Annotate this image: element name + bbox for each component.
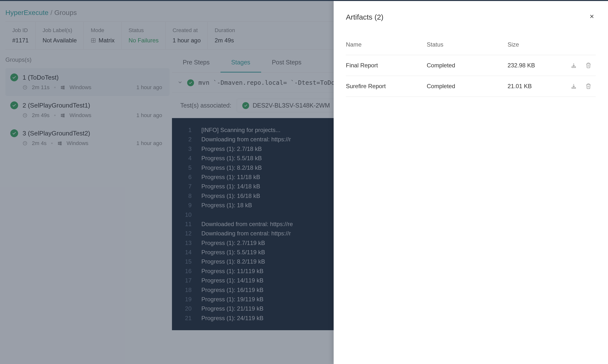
mode-value: Matrix (99, 37, 114, 44)
job-labels-label: Job Label(s) (43, 27, 77, 34)
command-status-icon (187, 79, 194, 86)
group-os: Windows (70, 84, 91, 91)
group-name: 1 (ToDoTest) (23, 74, 59, 81)
group-item[interactable]: 2 (SelPlayGroundTest1) 2m 49s • Windows … (5, 96, 169, 124)
line-number: 7 (181, 182, 192, 191)
delete-icon[interactable] (581, 83, 596, 89)
col-size: Size (507, 41, 566, 48)
log-text: Progress (1): 14/119 kB (201, 276, 263, 285)
line-number: 16 (181, 267, 192, 276)
line-number: 21 (181, 313, 192, 323)
tab-post-steps[interactable]: Post Steps (261, 55, 312, 73)
log-text: Progress (1): 14/18 kB (201, 182, 260, 191)
log-text: Progress (1): 19/119 kB (201, 295, 263, 304)
chevron-down-icon (177, 80, 183, 86)
clock-icon (23, 85, 27, 90)
tab-stages[interactable]: Stages (220, 55, 261, 73)
drawer-title: Artifacts (2) (346, 13, 383, 21)
log-text: Progress (1): 8.2/18 kB (201, 163, 262, 172)
clock-icon (23, 141, 27, 146)
test-status-icon (242, 102, 249, 109)
log-text: Progress (1): 24/119 kB (201, 313, 263, 323)
group-time: 1 hour ago (136, 84, 165, 91)
line-number: 5 (181, 163, 192, 172)
windows-icon (60, 85, 65, 90)
artifact-row: Surefire Report Completed 21.01 KB (346, 76, 596, 97)
job-labels-value: Not Available (43, 37, 77, 44)
artifact-size: 21.01 KB (507, 83, 566, 90)
group-duration: 2m 11s (32, 84, 50, 91)
line-number: 8 (181, 191, 192, 201)
delete-icon[interactable] (581, 63, 596, 68)
group-os: Windows (67, 140, 89, 146)
log-text: Progress (1): 2.7/18 kB (201, 144, 262, 154)
log-text: Progress (1): 11/119 kB (201, 267, 263, 276)
tab-pre-steps[interactable]: Pre Steps (172, 55, 220, 73)
line-number: 3 (181, 144, 192, 154)
artifact-row: Final Report Completed 232.98 KB (346, 55, 596, 76)
artifact-status: Completed (427, 83, 507, 90)
mode-label: Mode (91, 27, 114, 34)
line-number: 19 (181, 295, 192, 304)
line-number: 11 (181, 220, 192, 229)
log-text: [INFO] Scanning for projects... (201, 125, 281, 135)
group-time: 1 hour ago (136, 140, 165, 146)
line-number: 12 (181, 229, 192, 238)
log-text: Progress (1): 16/18 kB (201, 191, 260, 201)
check-icon (10, 129, 18, 137)
svg-rect-8 (572, 67, 576, 68)
artifact-size: 232.98 KB (507, 62, 566, 69)
test-id: DES2V-BL3SV-S148K-2WM (253, 102, 330, 109)
line-number: 14 (181, 248, 192, 257)
log-text: Progress (1): 11/18 kB (201, 172, 260, 182)
check-icon (10, 101, 18, 109)
artifacts-drawer: Artifacts (2) Name Status Size Final Rep… (334, 1, 608, 364)
log-text: Progress (1): 16/119 kB (201, 285, 263, 295)
line-number: 20 (181, 304, 192, 313)
log-text: Downloading from central: https://r (201, 135, 291, 144)
log-text: Progress (1): 21/119 kB (201, 304, 263, 313)
line-number: 9 (181, 201, 192, 210)
matrix-icon (91, 38, 96, 43)
windows-icon (60, 113, 65, 118)
job-id-value: #1171 (12, 37, 29, 44)
group-name: 2 (SelPlayGroundTest1) (23, 102, 90, 109)
log-text: Downloading from central: https://r (201, 229, 291, 238)
test-chip[interactable]: DES2V-BL3SV-S148K-2WM (237, 99, 335, 112)
line-number: 13 (181, 238, 192, 248)
group-time: 1 hour ago (136, 112, 165, 118)
check-icon (10, 74, 18, 81)
group-name: 3 (SelPlayGroundTest2) (23, 130, 90, 137)
col-name: Name (346, 41, 427, 48)
group-duration: 2m 4s (32, 140, 47, 146)
group-item[interactable]: 1 (ToDoTest) 2m 11s • Windows 1 hour ago (5, 68, 169, 96)
created-label: Created at (172, 27, 201, 34)
breadcrumb-root[interactable]: HyperExecute (5, 9, 49, 17)
line-number: 1 (181, 125, 192, 135)
clock-icon (23, 113, 27, 118)
group-os: Windows (70, 112, 91, 118)
duration-label: Duration (215, 27, 235, 34)
line-number: 4 (181, 154, 192, 163)
log-text: Progress (1): 5.5/119 kB (201, 248, 265, 257)
line-number: 10 (181, 210, 192, 220)
tests-associated-label: Test(s) associated: (180, 102, 231, 109)
job-id-label: Job ID (12, 27, 29, 34)
windows-icon (57, 141, 62, 146)
download-icon[interactable] (566, 63, 581, 68)
artifact-status: Completed (427, 62, 507, 69)
log-text: Progress (1): 2.7/119 kB (201, 238, 265, 248)
line-number: 6 (181, 172, 192, 182)
artifact-name: Surefire Report (346, 83, 427, 90)
line-number: 15 (181, 257, 192, 266)
col-status: Status (427, 41, 507, 48)
command-text: mvn `-Dmaven.repo.local= `-Dtest=ToDoTes… (198, 79, 357, 86)
log-text: Downloaded from central: https://re (201, 220, 293, 229)
download-icon[interactable] (566, 83, 581, 89)
group-item[interactable]: 3 (SelPlayGroundTest2) 2m 4s • Windows 1… (5, 124, 169, 152)
close-icon[interactable] (588, 12, 596, 22)
groups-title: Groups(s) (5, 50, 169, 68)
line-number: 17 (181, 276, 192, 285)
log-text: Progress (1): 5.5/18 kB (201, 154, 262, 163)
status-value: No Failures (129, 37, 159, 44)
